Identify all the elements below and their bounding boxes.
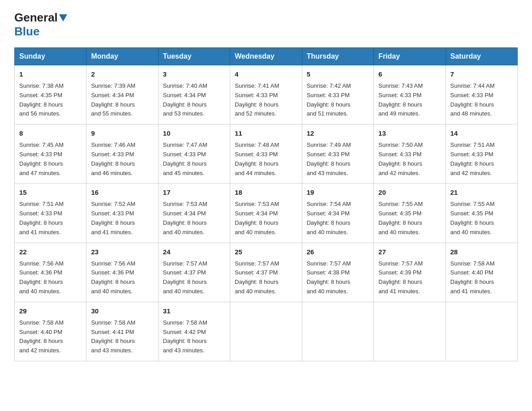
calendar-day-cell: 14Sunrise: 7:51 AMSunset: 4:33 PMDayligh…: [446, 124, 517, 184]
empty-cell: [302, 302, 373, 361]
calendar-day-cell: 26Sunrise: 7:57 AMSunset: 4:38 PMDayligh…: [302, 243, 373, 302]
day-info: Sunrise: 7:53 AMSunset: 4:34 PMDaylight:…: [235, 201, 279, 235]
logo-blue-text: Blue: [14, 25, 39, 39]
day-number: 8: [19, 128, 82, 139]
calendar-day-cell: 11Sunrise: 7:48 AMSunset: 4:33 PMDayligh…: [230, 124, 302, 184]
day-number: 28: [450, 247, 513, 257]
logo-arrow-icon: [59, 14, 67, 21]
day-number: 30: [91, 306, 153, 317]
day-header-saturday: Saturday: [446, 48, 517, 65]
day-number: 24: [163, 247, 225, 257]
day-number: 16: [91, 187, 153, 198]
day-info: Sunrise: 7:55 AMSunset: 4:35 PMDaylight:…: [450, 201, 495, 235]
day-number: 7: [450, 69, 513, 80]
calendar-week-row: 15Sunrise: 7:51 AMSunset: 4:33 PMDayligh…: [15, 184, 518, 243]
day-number: 1: [19, 69, 82, 80]
day-info: Sunrise: 7:56 AMSunset: 4:36 PMDaylight:…: [91, 260, 135, 295]
calendar-day-cell: 7Sunrise: 7:44 AMSunset: 4:33 PMDaylight…: [446, 65, 517, 124]
calendar-day-cell: 29Sunrise: 7:58 AMSunset: 4:40 PMDayligh…: [15, 302, 86, 361]
day-info: Sunrise: 7:45 AMSunset: 4:33 PMDaylight:…: [19, 141, 64, 176]
calendar-day-cell: 13Sunrise: 7:50 AMSunset: 4:33 PMDayligh…: [374, 124, 446, 184]
day-number: 3: [163, 69, 225, 80]
calendar-day-cell: 27Sunrise: 7:57 AMSunset: 4:39 PMDayligh…: [374, 243, 446, 302]
calendar-day-cell: 18Sunrise: 7:53 AMSunset: 4:34 PMDayligh…: [230, 184, 302, 243]
day-header-tuesday: Tuesday: [158, 48, 230, 65]
day-info: Sunrise: 7:38 AMSunset: 4:35 PMDaylight:…: [19, 82, 64, 117]
calendar-week-row: 8Sunrise: 7:45 AMSunset: 4:33 PMDaylight…: [15, 124, 518, 184]
day-info: Sunrise: 7:51 AMSunset: 4:33 PMDaylight:…: [450, 141, 495, 176]
calendar-day-cell: 30Sunrise: 7:58 AMSunset: 4:41 PMDayligh…: [86, 302, 158, 361]
day-info: Sunrise: 7:48 AMSunset: 4:33 PMDaylight:…: [235, 141, 279, 176]
day-number: 11: [235, 128, 297, 139]
calendar-day-cell: 19Sunrise: 7:54 AMSunset: 4:34 PMDayligh…: [302, 184, 373, 243]
day-number: 13: [378, 128, 441, 139]
day-info: Sunrise: 7:41 AMSunset: 4:33 PMDaylight:…: [235, 82, 279, 117]
calendar-day-cell: 20Sunrise: 7:55 AMSunset: 4:35 PMDayligh…: [374, 184, 446, 243]
day-number: 10: [163, 128, 225, 139]
calendar-header-row: SundayMondayTuesdayWednesdayThursdayFrid…: [15, 48, 518, 65]
calendar-day-cell: 21Sunrise: 7:55 AMSunset: 4:35 PMDayligh…: [446, 184, 517, 243]
calendar-week-row: 22Sunrise: 7:56 AMSunset: 4:36 PMDayligh…: [15, 243, 518, 302]
day-info: Sunrise: 7:58 AMSunset: 4:42 PMDaylight:…: [163, 319, 207, 354]
empty-cell: [446, 302, 517, 361]
calendar-day-cell: 2Sunrise: 7:39 AMSunset: 4:34 PMDaylight…: [86, 65, 158, 124]
empty-cell: [230, 302, 302, 361]
day-number: 21: [450, 187, 513, 198]
calendar-day-cell: 16Sunrise: 7:52 AMSunset: 4:33 PMDayligh…: [86, 184, 158, 243]
day-info: Sunrise: 7:39 AMSunset: 4:34 PMDaylight:…: [91, 82, 135, 117]
day-info: Sunrise: 7:46 AMSunset: 4:33 PMDaylight:…: [91, 141, 135, 176]
calendar-day-cell: 15Sunrise: 7:51 AMSunset: 4:33 PMDayligh…: [15, 184, 86, 243]
calendar-day-cell: 3Sunrise: 7:40 AMSunset: 4:34 PMDaylight…: [158, 65, 230, 124]
day-number: 9: [91, 128, 153, 139]
logo-general-text: General: [14, 11, 58, 25]
calendar-day-cell: 9Sunrise: 7:46 AMSunset: 4:33 PMDaylight…: [86, 124, 158, 184]
day-number: 23: [91, 247, 153, 257]
day-header-sunday: Sunday: [15, 48, 86, 65]
calendar-table: SundayMondayTuesdayWednesdayThursdayFrid…: [14, 47, 518, 361]
day-header-wednesday: Wednesday: [230, 48, 302, 65]
calendar-day-cell: 24Sunrise: 7:57 AMSunset: 4:37 PMDayligh…: [158, 243, 230, 302]
day-info: Sunrise: 7:57 AMSunset: 4:37 PMDaylight:…: [163, 260, 207, 295]
day-info: Sunrise: 7:49 AMSunset: 4:33 PMDaylight:…: [307, 141, 351, 176]
day-info: Sunrise: 7:53 AMSunset: 4:34 PMDaylight:…: [163, 201, 207, 235]
day-info: Sunrise: 7:47 AMSunset: 4:33 PMDaylight:…: [163, 141, 207, 176]
day-number: 4: [235, 69, 297, 80]
day-header-friday: Friday: [374, 48, 446, 65]
calendar-day-cell: 4Sunrise: 7:41 AMSunset: 4:33 PMDaylight…: [230, 65, 302, 124]
day-number: 20: [378, 187, 441, 198]
day-info: Sunrise: 7:58 AMSunset: 4:41 PMDaylight:…: [91, 319, 135, 354]
calendar-day-cell: 1Sunrise: 7:38 AMSunset: 4:35 PMDaylight…: [15, 65, 86, 124]
day-number: 26: [307, 247, 369, 257]
day-number: 19: [307, 187, 369, 198]
calendar-week-row: 1Sunrise: 7:38 AMSunset: 4:35 PMDaylight…: [15, 65, 518, 124]
calendar-day-cell: 8Sunrise: 7:45 AMSunset: 4:33 PMDaylight…: [15, 124, 86, 184]
day-number: 12: [307, 128, 369, 139]
calendar-day-cell: 17Sunrise: 7:53 AMSunset: 4:34 PMDayligh…: [158, 184, 230, 243]
calendar-week-row: 29Sunrise: 7:58 AMSunset: 4:40 PMDayligh…: [15, 302, 518, 361]
day-info: Sunrise: 7:55 AMSunset: 4:35 PMDaylight:…: [378, 201, 423, 235]
day-number: 17: [163, 187, 225, 198]
calendar-day-cell: 6Sunrise: 7:43 AMSunset: 4:33 PMDaylight…: [374, 65, 446, 124]
day-number: 5: [307, 69, 369, 80]
day-number: 31: [163, 306, 225, 317]
calendar-day-cell: 28Sunrise: 7:58 AMSunset: 4:40 PMDayligh…: [446, 243, 517, 302]
day-number: 15: [19, 187, 82, 198]
day-number: 14: [450, 128, 513, 139]
logo: General Blue: [14, 11, 67, 39]
day-info: Sunrise: 7:54 AMSunset: 4:34 PMDaylight:…: [307, 201, 351, 235]
calendar-day-cell: 10Sunrise: 7:47 AMSunset: 4:33 PMDayligh…: [158, 124, 230, 184]
day-info: Sunrise: 7:57 AMSunset: 4:39 PMDaylight:…: [378, 260, 423, 295]
calendar-day-cell: 22Sunrise: 7:56 AMSunset: 4:36 PMDayligh…: [15, 243, 86, 302]
day-number: 18: [235, 187, 297, 198]
calendar-day-cell: 31Sunrise: 7:58 AMSunset: 4:42 PMDayligh…: [158, 302, 230, 361]
day-info: Sunrise: 7:40 AMSunset: 4:34 PMDaylight:…: [163, 82, 207, 117]
empty-cell: [374, 302, 446, 361]
day-info: Sunrise: 7:43 AMSunset: 4:33 PMDaylight:…: [378, 82, 423, 117]
svg-marker-0: [59, 14, 67, 21]
day-info: Sunrise: 7:50 AMSunset: 4:33 PMDaylight:…: [378, 141, 423, 176]
day-number: 6: [378, 69, 441, 80]
day-number: 29: [19, 306, 82, 317]
day-number: 27: [378, 247, 441, 257]
day-info: Sunrise: 7:52 AMSunset: 4:33 PMDaylight:…: [91, 201, 135, 235]
day-info: Sunrise: 7:56 AMSunset: 4:36 PMDaylight:…: [19, 260, 64, 295]
